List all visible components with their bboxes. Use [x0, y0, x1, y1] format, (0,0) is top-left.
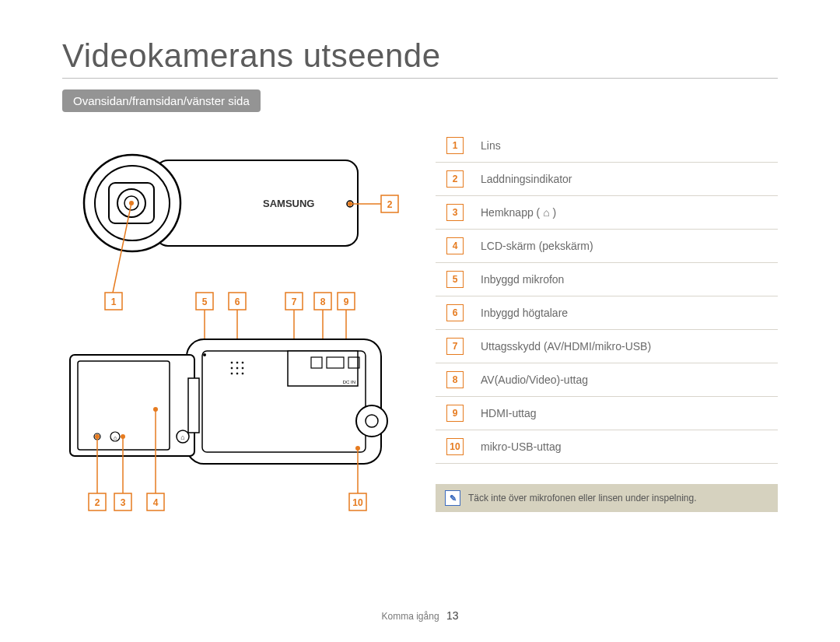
svg-point-62: [95, 434, 100, 439]
diagram-column: SAMSUNG 1 2: [62, 129, 404, 537]
svg-point-8: [129, 201, 134, 205]
svg-text:2: 2: [95, 497, 100, 508]
legend-row: 7Uttagsskydd (AV/HDMI/mikro-USB): [436, 330, 778, 363]
legend-num: 4: [446, 237, 464, 254]
page-number: 13: [446, 609, 459, 622]
svg-text:6: 6: [235, 296, 240, 307]
legend-num: 7: [446, 338, 464, 355]
svg-point-49: [242, 373, 243, 374]
svg-text:5: 5: [202, 296, 208, 307]
legend-label: Laddningsindikator: [474, 163, 778, 196]
svg-point-41: [231, 362, 233, 363]
legend-column: 1Lins 2Laddningsindikator 3Hemknapp ( ⌂ …: [436, 129, 778, 537]
svg-point-66: [121, 434, 125, 439]
note-pencil-icon: ✎: [445, 490, 460, 506]
svg-point-52: [366, 415, 378, 427]
legend-num: 5: [446, 271, 464, 288]
svg-point-44: [231, 367, 233, 369]
svg-point-10: [348, 202, 352, 206]
legend-num: 10: [446, 438, 464, 455]
note-text: Täck inte över mikrofonen eller linsen u…: [468, 493, 697, 503]
legend-row: 2Laddningsindikator: [436, 163, 778, 196]
legend-label: AV(Audio/Video)-uttag: [474, 363, 778, 397]
callout-box-1: 1: [105, 293, 122, 310]
svg-rect-0: [156, 160, 358, 246]
svg-point-48: [236, 373, 238, 374]
svg-rect-57: [188, 378, 199, 433]
page-footer: Komma igång 13: [0, 609, 840, 622]
svg-text:4: 4: [153, 497, 159, 508]
footer-section: Komma igång: [382, 611, 439, 622]
legend-label: mikro-USB-uttag: [474, 430, 778, 464]
legend-label: HDMI-uttag: [474, 397, 778, 430]
svg-text:⌂: ⌂: [114, 435, 117, 440]
legend-label: LCD-skärm (pekskärm): [474, 230, 778, 263]
legend-num: 6: [446, 304, 464, 321]
legend-row: 4LCD-skärm (pekskärm): [436, 230, 778, 263]
legend-row: 6Inbyggd högtalare: [436, 296, 778, 330]
legend-row: 9HDMI-uttag: [436, 397, 778, 430]
svg-text:2: 2: [387, 199, 393, 210]
legend-label: Inbyggd högtalare: [474, 296, 778, 330]
svg-point-45: [236, 367, 238, 369]
legend-label: Hemknapp ( ⌂ ): [474, 196, 778, 230]
svg-text:3: 3: [121, 497, 126, 508]
legend-num: 9: [446, 405, 464, 422]
svg-point-47: [231, 373, 233, 374]
legend-num: 8: [446, 371, 464, 388]
subheading-badge: Ovansidan/framsidan/vänster sida: [62, 89, 261, 112]
svg-point-74: [355, 446, 360, 451]
legend-num: 3: [446, 204, 464, 221]
legend-row: 1Lins: [436, 129, 778, 163]
svg-text:10: 10: [352, 497, 363, 508]
svg-text:8: 8: [320, 296, 326, 307]
legend-table: 1Lins 2Laddningsindikator 3Hemknapp ( ⌂ …: [436, 129, 778, 464]
legend-label: Uttagsskydd (AV/HDMI/mikro-USB): [474, 330, 778, 363]
legend-label: Lins: [474, 129, 778, 163]
brand-text: SAMSUNG: [263, 198, 314, 209]
svg-text:9: 9: [344, 296, 349, 307]
callout-box-2: 2: [381, 195, 398, 212]
legend-num: 2: [446, 170, 464, 188]
svg-text:1: 1: [111, 296, 117, 307]
page-title: Videokamerans utseende: [62, 37, 778, 75]
legend-row: 10mikro-USB-uttag: [436, 430, 778, 464]
svg-point-50: [203, 353, 206, 356]
svg-point-42: [236, 362, 238, 363]
legend-row: 3Hemknapp ( ⌂ ): [436, 196, 778, 230]
title-divider: [62, 78, 778, 79]
svg-text:⌂: ⌂: [180, 433, 184, 441]
svg-point-70: [153, 407, 158, 412]
camcorder-diagram: SAMSUNG 1 2: [62, 129, 404, 534]
svg-text:7: 7: [292, 296, 297, 307]
legend-label: Inbyggd mikrofon: [474, 263, 778, 296]
svg-point-43: [242, 362, 243, 363]
svg-text:DC IN: DC IN: [343, 380, 355, 384]
legend-num: 1: [446, 137, 464, 154]
svg-point-46: [242, 367, 243, 369]
note-box: ✎ Täck inte över mikrofonen eller linsen…: [436, 484, 778, 512]
legend-row: 5Inbyggd mikrofon: [436, 263, 778, 296]
legend-row: 8AV(Audio/Video)-uttag: [436, 363, 778, 397]
